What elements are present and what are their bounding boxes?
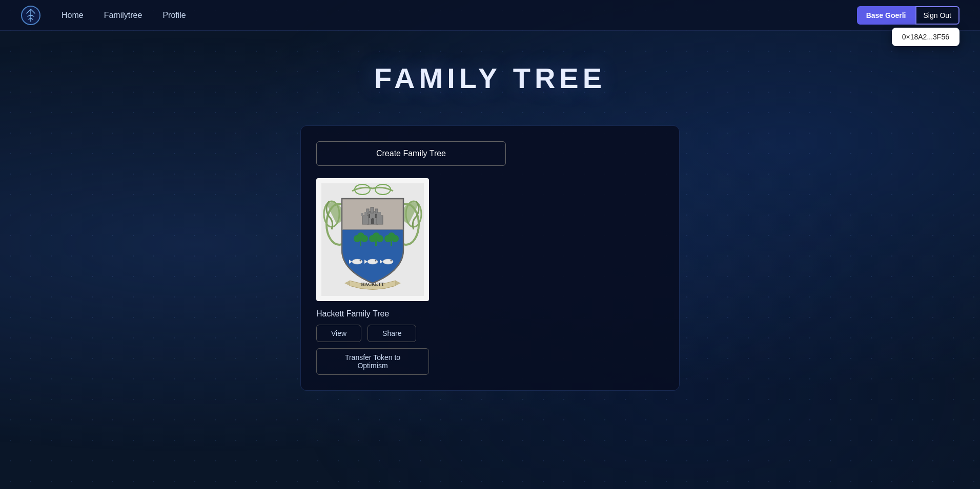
logo-icon (21, 5, 41, 26)
logo (21, 5, 41, 26)
page-title: FAMILY TREE (374, 61, 606, 95)
svg-point-26 (376, 235, 383, 242)
svg-point-34 (368, 259, 378, 264)
svg-rect-16 (361, 213, 363, 216)
svg-rect-27 (375, 240, 377, 246)
coat-of-arms-image: HACKETT (316, 178, 429, 301)
base-goerli-button[interactable]: Base Goerli (857, 6, 915, 25)
transfer-token-button[interactable]: Transfer Token to Optimism (316, 348, 429, 375)
svg-point-35 (375, 260, 377, 262)
svg-rect-23 (360, 240, 361, 246)
svg-point-36 (383, 259, 393, 264)
family-tree-card: Create Family Tree (300, 125, 680, 391)
network-btn-group: Base Goerli Sign Out (857, 6, 959, 25)
svg-point-33 (360, 260, 361, 262)
svg-point-22 (361, 235, 368, 242)
sign-out-button[interactable]: Sign Out (915, 6, 959, 25)
svg-rect-31 (391, 240, 392, 246)
svg-point-30 (392, 235, 399, 242)
svg-rect-15 (377, 216, 383, 224)
wallet-dropdown: 0×18A2...3F56 (892, 28, 959, 46)
create-family-tree-button[interactable]: Create Family Tree (316, 141, 506, 166)
svg-rect-19 (378, 212, 381, 216)
svg-rect-17 (364, 212, 367, 216)
navbar-links: Home Familytree Profile (62, 11, 857, 20)
svg-rect-11 (375, 209, 378, 213)
svg-point-37 (391, 260, 392, 262)
nav-home[interactable]: Home (62, 11, 84, 20)
svg-point-32 (352, 259, 362, 264)
share-button[interactable]: Share (368, 325, 416, 342)
main-content: FAMILY TREE Create Family Tree (0, 31, 980, 411)
navbar-right: Base Goerli Sign Out 0×18A2...3F56 (857, 6, 959, 25)
view-button[interactable]: View (316, 325, 361, 342)
wallet-address: 0×18A2...3F56 (902, 33, 949, 41)
nav-profile[interactable]: Profile (162, 11, 186, 20)
nav-familytree[interactable]: Familytree (104, 11, 142, 20)
svg-text:HACKETT: HACKETT (361, 282, 384, 287)
item-action-buttons: View Share (316, 325, 664, 342)
family-tree-item: HACKETT Hackett Family Tree View Share T… (316, 178, 664, 375)
svg-rect-14 (362, 216, 369, 224)
svg-rect-10 (371, 207, 374, 213)
family-tree-name: Hackett Family Tree (316, 309, 664, 318)
navbar: Home Familytree Profile Base Goerli Sign… (0, 0, 980, 31)
